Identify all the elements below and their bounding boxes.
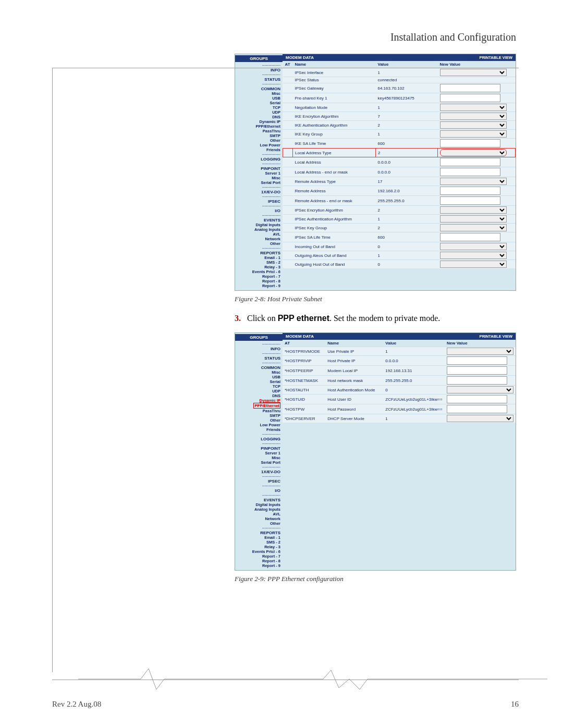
sidebar-section[interactable]: IPSEC [236,479,280,484]
new-value-input[interactable] [440,168,500,176]
sidebar-item[interactable]: Dynamic IP [236,398,280,403]
sidebar-section[interactable]: EVENTS [236,218,280,223]
new-value-input[interactable] [447,395,507,403]
sidebar-item[interactable]: USB [236,375,280,379]
new-value-select[interactable] [447,348,513,355]
new-value-input[interactable] [440,94,500,102]
sidebar-item[interactable]: TCP [236,384,280,389]
sidebar-item[interactable]: Report - 7 [236,554,280,559]
sidebar-section[interactable]: PINPOINT [236,166,280,171]
sidebar-item[interactable]: SMS - 2 [236,260,280,265]
new-value-select[interactable] [447,386,513,393]
sidebar-item[interactable]: DNS [236,393,280,398]
sidebar-section[interactable]: 1X/EV-DO [236,470,280,474]
new-value-select[interactable] [440,261,507,268]
sidebar-item[interactable]: Report - 7 [236,274,280,279]
sidebar-section[interactable]: LOGGING [236,157,280,162]
sidebar-item[interactable]: Misc [236,176,280,180]
new-value-select[interactable] [440,178,507,185]
sidebar-item[interactable]: Other [236,241,280,246]
sidebar-item[interactable]: Serial Port [236,180,280,185]
new-value-select[interactable] [440,104,507,111]
new-value-input[interactable] [440,139,500,147]
new-value-select[interactable] [440,243,507,250]
sidebar-item[interactable]: Server 1 [236,171,280,176]
sidebar-item[interactable]: Events Prtcl - 6 [236,269,280,274]
sidebar-item[interactable]: Dynamic IP [236,119,280,124]
sidebar-item[interactable]: Email - 1 [236,255,280,260]
sidebar-section[interactable]: EVENTS [236,498,280,502]
sidebar-item[interactable]: Network [236,516,280,521]
new-value-input[interactable] [440,196,500,205]
sidebar-item[interactable]: Report - 9 [236,283,280,288]
new-value-input[interactable] [440,158,500,166]
sidebar-section[interactable]: STATUS [236,77,280,82]
sidebar-item[interactable]: SMTP [236,413,280,418]
sidebar-item[interactable]: Serial [236,101,280,105]
sidebar-section[interactable]: IPSEC [236,199,280,204]
sidebar-section[interactable]: LOGGING [236,437,280,441]
new-value-select[interactable] [440,206,507,214]
sidebar-section[interactable]: I/O [236,488,280,493]
new-value-input[interactable] [447,366,507,375]
new-value-input[interactable] [447,376,507,385]
new-value-input[interactable] [447,356,507,365]
sidebar-section[interactable]: REPORTS [236,530,280,535]
printable-view-link[interactable]: PRINTABLE VIEW [479,55,512,60]
sidebar-section[interactable]: COMMON [236,87,280,91]
new-value-select[interactable] [440,69,507,76]
new-value-select[interactable] [447,415,513,422]
sidebar-item[interactable]: Email - 1 [236,535,280,540]
sidebar-item[interactable]: Analog Inputs [236,227,280,232]
sidebar-item[interactable]: Report - 8 [236,559,280,563]
sidebar-item[interactable]: USB [236,96,280,101]
sidebar-item[interactable]: Friends [236,147,280,152]
new-value-select[interactable] [440,252,507,259]
sidebar-item[interactable]: PassThru [236,129,280,133]
sidebar-item[interactable]: Other [236,138,280,143]
new-value-input[interactable] [440,187,500,195]
new-value-select[interactable] [440,215,507,223]
sidebar-item[interactable]: UDP [236,389,280,393]
sidebar-item[interactable]: UDP [236,110,280,115]
sidebar-item[interactable]: Relay - 3 [236,265,280,269]
new-value-input[interactable] [440,233,500,241]
new-value-select[interactable] [440,113,507,120]
new-value-select[interactable] [440,130,507,138]
sidebar-item[interactable]: Serial Port [236,460,280,465]
sidebar-section[interactable]: PINPOINT [236,446,280,451]
sidebar-item[interactable]: Digital Inputs [236,502,280,507]
sidebar-item[interactable]: Misc [236,370,280,375]
sidebar-section[interactable]: 1X/EV-DO [236,190,280,194]
sidebar-item[interactable]: AVL [236,512,280,516]
sidebar-item[interactable]: Misc [236,455,280,460]
sidebar-item[interactable]: PPP/Ethernet [236,124,280,129]
sidebar-item[interactable]: DNS [236,115,280,119]
sidebar-item[interactable]: Server 1 [236,451,280,455]
sidebar-section[interactable]: INFO [236,68,280,72]
sidebar-item[interactable]: Analog Inputs [236,507,280,512]
sidebar-section[interactable]: INFO [236,347,280,351]
sidebar-item[interactable]: Events Prtcl - 6 [236,549,280,554]
sidebar-item[interactable]: SMS - 2 [236,540,280,545]
sidebar-item[interactable]: Friends [236,427,280,432]
sidebar-item[interactable]: Misc [236,91,280,96]
sidebar-item[interactable]: Low Power [236,423,280,427]
sidebar-section[interactable]: COMMON [236,365,280,370]
printable-view-link[interactable]: PRINTABLE VIEW [479,334,512,339]
new-value-input[interactable] [447,405,507,413]
new-value-input[interactable] [440,84,500,92]
sidebar-item[interactable]: Relay - 3 [236,545,280,549]
new-value-select[interactable] [440,224,507,231]
sidebar-item[interactable]: Network [236,237,280,241]
sidebar-item[interactable]: Low Power [236,143,280,147]
sidebar-item[interactable]: SMTP [236,133,280,138]
new-value-select[interactable] [440,121,507,129]
sidebar-item[interactable]: AVL [236,232,280,237]
sidebar-item[interactable]: Report - 9 [236,563,280,568]
sidebar-item-active[interactable]: PPP/Ethernet [236,403,280,409]
sidebar-item[interactable]: PassThru [236,409,280,413]
sidebar-section[interactable]: STATUS [236,356,280,361]
sidebar-section[interactable]: REPORTS [236,251,280,255]
new-value-select[interactable] [440,149,507,156]
